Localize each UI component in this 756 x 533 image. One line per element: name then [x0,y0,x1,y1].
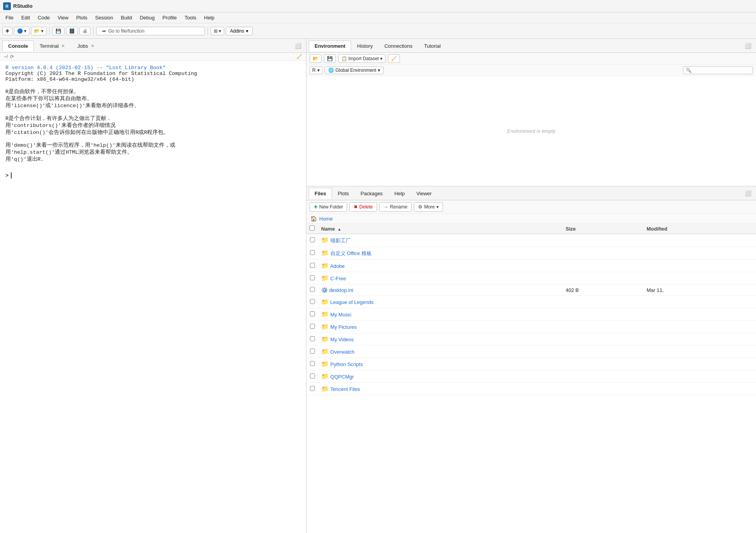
row-checkbox-cell[interactable] [306,308,318,321]
env-save-button[interactable]: 💾 [324,54,336,63]
global-env-selector[interactable]: 🌐 Global Environment ▾ [325,66,384,74]
folder-name-link[interactable]: My Videos [329,337,354,342]
terminal-close-icon[interactable]: ✕ [61,43,66,49]
folder-name-link[interactable]: My Music [329,312,352,318]
tab-help[interactable]: Help [389,188,411,199]
row-checkbox-cell[interactable] [306,234,318,247]
row-checkbox-cell[interactable] [306,285,318,296]
tab-history[interactable]: History [351,40,378,51]
menu-plots[interactable]: Plots [72,14,91,21]
menu-view[interactable]: View [54,14,72,21]
maximize-files-icon[interactable]: ⬜ [742,189,754,198]
row-checkbox-cell[interactable] [306,333,318,345]
row-checkbox-cell[interactable] [306,358,318,370]
folder-icon: 📁 [321,323,329,330]
row-checkbox[interactable] [310,324,315,329]
row-checkbox-cell[interactable] [306,296,318,308]
grid-button[interactable]: ⊞▾ [211,27,224,35]
save-button[interactable]: 💾 [52,27,64,35]
env-search-input[interactable] [683,66,753,74]
home-label[interactable]: Home [319,216,333,222]
folder-name-link[interactable]: 喵影工厂 [329,238,351,243]
delete-button[interactable]: ✖ Delete [349,202,377,212]
open-file-button[interactable]: 📂▾ [31,27,47,35]
menu-edit[interactable]: Edit [17,14,34,21]
row-checkbox[interactable] [310,263,315,268]
addins-button[interactable]: Addins ▾ [226,27,253,35]
col-name[interactable]: Name ▲ [318,224,562,234]
folder-name-link[interactable]: C-Free [329,276,346,281]
menu-session[interactable]: Session [91,14,117,21]
col-checkbox[interactable] [306,224,318,234]
tab-terminal[interactable]: Terminal ✕ [34,40,71,51]
new-folder-button[interactable]: ✚ New Folder [310,202,347,212]
r-version-selector[interactable]: R ▾ [310,66,322,74]
open-project-button[interactable]: 🔵▾ [14,27,29,35]
select-all-checkbox[interactable] [310,226,315,231]
row-checkbox-cell[interactable] [306,345,318,358]
menu-tools[interactable]: Tools [181,14,200,21]
print-button[interactable]: 🖨 [80,27,90,35]
col-size[interactable]: Size [562,224,644,234]
save-all-button[interactable]: 🗄️ [66,27,78,35]
folder-name-link[interactable]: Python Scripts [329,361,363,367]
row-checkbox[interactable] [310,386,315,391]
file-name-cell: 📁 My Music [318,308,562,321]
tab-viewer[interactable]: Viewer [410,188,438,199]
row-checkbox[interactable] [310,361,315,366]
folder-name-link[interactable]: My Pictures [329,324,357,330]
folder-name-link[interactable]: Adobe [329,263,345,269]
tab-tutorial[interactable]: Tutorial [418,40,446,51]
row-checkbox[interactable] [310,299,315,304]
row-checkbox[interactable] [310,349,315,354]
row-checkbox-cell[interactable] [306,272,318,285]
folder-name-link[interactable]: 自定义 Office 模板 [329,250,372,256]
tab-packages[interactable]: Packages [355,188,389,199]
clear-console-icon[interactable]: 🧹 [296,54,302,59]
row-checkbox-cell[interactable] [306,383,318,395]
file-name-link[interactable]: desktop.ini [328,287,353,293]
row-checkbox[interactable] [310,336,315,341]
folder-name-link[interactable]: Overwatch [329,349,355,355]
col-modified[interactable]: Modified [644,224,756,234]
new-file-button[interactable]: ✚ [2,27,12,35]
menu-help[interactable]: Help [200,14,218,21]
tab-jobs[interactable]: Jobs ✕ [71,40,100,51]
row-checkbox[interactable] [310,287,315,292]
row-checkbox[interactable] [310,373,315,378]
tab-console[interactable]: Console [2,40,34,51]
row-checkbox-cell[interactable] [306,260,318,272]
menu-build[interactable]: Build [117,14,136,21]
row-checkbox-cell[interactable] [306,247,318,260]
menu-file[interactable]: File [2,14,17,21]
rename-button[interactable]: → Rename [379,202,412,212]
folder-name-link[interactable]: Tencent Files [329,386,360,392]
menu-code[interactable]: Code [34,14,54,21]
row-checkbox[interactable] [310,250,315,255]
env-load-button[interactable]: 📂 [310,54,322,63]
files-toolbar: ✚ New Folder ✖ Delete → Rename ⚙ More ▾ [306,200,756,214]
maximize-env-icon[interactable]: ⬜ [742,41,754,50]
row-checkbox[interactable] [310,237,315,242]
menu-profile[interactable]: Profile [159,14,181,21]
row-checkbox[interactable] [310,275,315,280]
menu-debug[interactable]: Debug [136,14,158,21]
go-to-file-button[interactable]: ➡ Go to file/function [96,27,205,35]
path-nav-icon[interactable]: ⟳ [10,54,14,59]
import-dataset-button[interactable]: 📋 Import Dataset ▾ [338,54,386,63]
tab-files[interactable]: Files [309,188,332,199]
row-checkbox[interactable] [310,311,315,316]
home-icon[interactable]: 🏠 [310,215,317,222]
row-checkbox-cell[interactable] [306,321,318,333]
tab-plots[interactable]: Plots [332,188,355,199]
tab-connections[interactable]: Connections [379,40,418,51]
folder-open-icon: 📂 [34,28,40,34]
more-button[interactable]: ⚙ More ▾ [414,202,443,212]
jobs-close-icon[interactable]: ✕ [90,43,95,49]
row-checkbox-cell[interactable] [306,370,318,383]
clear-env-button[interactable]: 🧹 [388,54,400,63]
folder-name-link[interactable]: QQPCMgr [329,374,354,380]
folder-name-link[interactable]: League of Legends [329,299,374,305]
tab-environment[interactable]: Environment [309,40,351,51]
maximize-console-icon[interactable]: ⬜ [292,41,304,50]
